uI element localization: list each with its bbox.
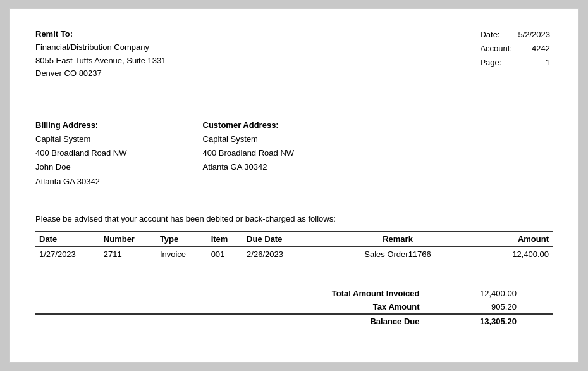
row-item: 001	[207, 246, 243, 261]
row-date: 1/27/2023	[35, 246, 100, 261]
row-type: Invoice	[156, 246, 207, 261]
header-right: Date: 5/2/2023 Account: 4242 Page: 1	[477, 28, 553, 80]
customer-address-label: Customer Address:	[203, 120, 279, 130]
col-date: Date	[35, 231, 100, 246]
total-amount-label: Total Amount Invoiced	[35, 287, 424, 300]
col-remark: Remark	[307, 231, 488, 246]
billing-address1: 400 Broadland Road NW	[35, 148, 127, 158]
date-value: 5/2/2023	[515, 28, 553, 42]
customer-company: Capital System	[203, 134, 258, 144]
billing-address-label: Billing Address:	[35, 120, 98, 130]
account-value: 4242	[515, 42, 553, 56]
account-label: Account:	[477, 42, 515, 56]
col-number: Number	[100, 231, 156, 246]
billing-city: Atlanta GA 30342	[35, 177, 100, 186]
balance-due-value: 13,305.20	[424, 314, 520, 328]
customer-address1: 400 Broadland Road NW	[203, 148, 295, 158]
billing-company: Capital System	[35, 134, 90, 144]
page-label: Page:	[477, 56, 515, 70]
col-amount: Amount	[488, 231, 553, 246]
address-section: Billing Address: Capital System 400 Broa…	[35, 118, 553, 188]
tax-label: Tax Amount	[35, 300, 424, 314]
notice-message: Please be advised that your account has …	[35, 214, 336, 223]
customer-city: Atlanta GA 30342	[203, 162, 267, 172]
address-line1: 8055 East Tufts Avenue, Suite 1331	[35, 56, 166, 65]
table-container: Date Number Type Item Due Date Remark Am…	[35, 231, 553, 261]
col-due-date: Due Date	[243, 231, 307, 246]
balance-due-label: Balance Due	[35, 314, 424, 328]
invoice-document: Remit To: Financial/Distribution Company…	[9, 8, 579, 363]
row-number: 2711	[100, 246, 156, 261]
header-section: Remit To: Financial/Distribution Company…	[35, 28, 553, 80]
notice-text: Please be advised that your account has …	[35, 214, 553, 223]
invoice-table: Date Number Type Item Due Date Remark Am…	[35, 231, 553, 261]
row-amount: 12,400.00	[488, 246, 553, 261]
customer-block: Customer Address: Capital System 400 Bro…	[203, 118, 295, 188]
billing-contact: John Doe	[35, 162, 71, 172]
col-item: Item	[207, 231, 243, 246]
total-amount-row: Total Amount Invoiced 12,400.00	[35, 287, 553, 300]
tax-value: 905.20	[424, 300, 520, 314]
remit-to-block: Remit To: Financial/Distribution Company…	[35, 28, 166, 80]
company-name: Financial/Distribution Company	[35, 42, 149, 52]
totals-table: Total Amount Invoiced 12,400.00 Tax Amou…	[35, 287, 553, 328]
total-amount-value: 12,400.00	[424, 287, 520, 300]
balance-due-row: Balance Due 13,305.20	[35, 314, 553, 328]
date-label: Date:	[477, 28, 515, 42]
table-header-row: Date Number Type Item Due Date Remark Am…	[35, 231, 553, 246]
tax-row: Tax Amount 905.20	[35, 300, 553, 314]
page-value: 1	[515, 56, 553, 70]
row-remark: Sales Order11766	[307, 246, 488, 261]
billing-block: Billing Address: Capital System 400 Broa…	[35, 118, 127, 188]
address-line2: Denver CO 80237	[35, 68, 102, 78]
table-row: 1/27/2023 2711 Invoice 001 2/26/2023 Sal…	[35, 246, 553, 261]
col-type: Type	[156, 231, 207, 246]
totals-section: Total Amount Invoiced 12,400.00 Tax Amou…	[35, 287, 553, 328]
row-due-date: 2/26/2023	[243, 246, 307, 261]
remit-to-label: Remit To:	[35, 29, 73, 39]
